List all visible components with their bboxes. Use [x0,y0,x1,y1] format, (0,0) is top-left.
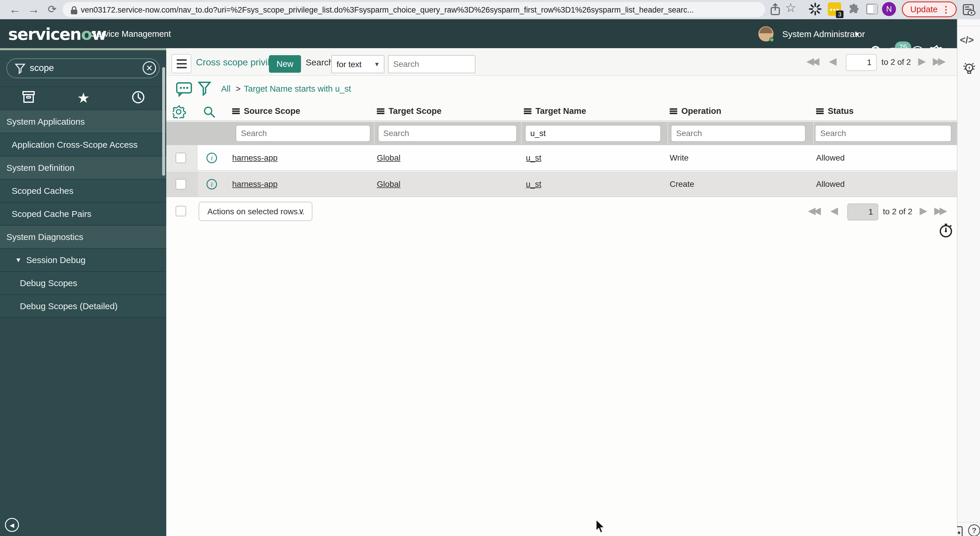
filter-status-input[interactable] [815,125,951,142]
column-search-toggle-icon[interactable] [203,106,216,118]
browser-reload-icon[interactable]: ⟳ [45,2,60,18]
column-menu-icon [377,108,384,114]
prev-page-button[interactable]: ◀ [830,205,835,216]
cell-status: Allowed [816,153,845,163]
row-checkbox[interactable] [176,179,186,190]
reading-list-icon[interactable] [962,4,976,16]
expand-caret-icon[interactable]: ▼ [15,256,22,264]
extensions-puzzle-icon[interactable] [848,3,861,16]
tab-all-applications[interactable] [11,91,46,107]
tab-history[interactable] [121,91,156,107]
clear-filter-icon[interactable]: ✕ [143,61,156,75]
column-menu-icon [670,108,677,114]
breadcrumb-filter-link[interactable]: Target Name starts with u_st [244,84,351,94]
bookmark-star-icon[interactable]: ☆ [785,1,796,15]
filter-target-name-input[interactable] [525,125,661,142]
page-range-label: to 2 of 2 [883,207,912,216]
cell-target-name[interactable]: u_st [526,153,541,163]
sidebar-item-debug-scopes-detailed[interactable]: Debug Scopes (Detailed) [0,295,166,318]
sidebar-section-system-definition[interactable]: System Definition [0,156,166,180]
column-header-source-scope[interactable]: Source Scope [232,106,300,116]
filter-target-scope-input[interactable] [378,125,517,142]
navigator-tabs: ★ [0,86,166,110]
extension-yellow-icon[interactable]: ••• 3 [828,2,841,16]
list-toolbar: Cross scope privileges New Search for te… [166,48,957,76]
last-page-button[interactable]: ▶▶ [933,55,943,67]
search-type-select[interactable]: for text ▼ [331,55,384,73]
cell-target-name[interactable]: u_st [526,180,541,189]
url-text: ven03172.service-now.com/nav_to.do?uri=%… [81,6,760,14]
page-range-label: to 2 of 2 [881,57,911,67]
navigator-filter-box[interactable]: ✕ [6,58,159,78]
breadcrumb-filter-icon[interactable] [198,81,211,96]
user-avatar[interactable] [758,26,773,41]
column-header-operation[interactable]: Operation [670,106,721,116]
page-number-input[interactable] [846,54,877,71]
side-panel-icon[interactable] [865,3,878,15]
activity-stream-icon[interactable] [176,82,192,97]
new-button[interactable]: New [269,55,301,73]
browser-menu-icon[interactable]: ⋮ [942,5,951,14]
first-page-button[interactable]: ◀◀ [807,55,817,67]
sidebar-top-accent [0,48,166,50]
browser-back-icon[interactable]: ← [7,2,23,18]
filter-operation-input[interactable] [671,125,806,142]
next-page-button[interactable]: ▶ [918,55,923,67]
user-menu[interactable]: System Administrator [782,29,865,39]
column-header-status[interactable]: Status [816,106,854,116]
cell-source-scope[interactable]: harness-app [232,153,278,163]
filter-source-scope-input[interactable] [235,125,371,142]
list-settings-gear-icon[interactable] [173,105,186,118]
sidebar-item-application-cross-scope-access[interactable]: Application Cross-Scope Access [0,133,166,156]
cell-status: Allowed [816,180,845,189]
sidebar-section-system-diagnostics[interactable]: System Diagnostics [0,226,166,249]
sidebar-item-session-debug[interactable]: ▼Session Debug [0,249,166,272]
column-menu-icon [816,108,824,114]
next-page-button[interactable]: ▶ [920,205,925,216]
cell-target-scope[interactable]: Global [377,153,401,163]
response-time-icon[interactable] [939,223,954,238]
sidebar-section-system-applications[interactable]: System Applications [0,110,166,133]
list-context-menu-icon[interactable] [172,54,191,73]
first-page-button[interactable]: ◀◀ [808,205,818,216]
list-search-input[interactable] [388,55,476,73]
help-bubble-icon[interactable]: ? [968,524,980,536]
column-header-target-scope[interactable]: Target Scope [377,106,442,116]
page-number-input[interactable] [847,204,878,220]
code-panel-icon[interactable]: </> [960,34,974,46]
cell-operation: Write [670,153,689,163]
row-info-icon[interactable]: i [207,179,217,190]
lock-icon [70,6,78,15]
collapse-navigator-button[interactable]: ◀ [5,518,19,532]
sidebar-scrollbar[interactable] [162,67,165,176]
browser-forward-icon[interactable]: → [25,2,41,18]
extension-spinner-icon[interactable] [808,2,822,16]
cell-target-scope[interactable]: Global [377,180,401,189]
row-checkbox[interactable] [176,153,186,163]
cell-source-scope[interactable]: harness-app [232,180,278,189]
address-bar[interactable]: ven03172.service-now.com/nav_to.do?uri=%… [63,2,765,17]
navigator-filter-input[interactable] [30,60,129,76]
select-all-checkbox[interactable] [176,206,186,216]
lightbulb-icon[interactable] [962,61,977,77]
sidebar-item-debug-scopes[interactable]: Debug Scopes [0,272,166,295]
dropdown-chevron-icon: ∨ [298,206,304,216]
last-page-button[interactable]: ▶▶ [934,205,945,216]
sidebar-item-scoped-cache-pairs[interactable]: Scoped Cache Pairs [0,203,166,226]
breadcrumb-all-link[interactable]: All [221,84,231,94]
prev-page-button[interactable]: ◀ [829,55,834,67]
list-content: Cross scope privileges New Search for te… [166,48,957,536]
user-caret-icon[interactable]: ▼ [854,31,860,38]
column-header-target-name[interactable]: Target Name [524,106,586,116]
actions-dropdown[interactable]: Actions on selected rows... ∨ [199,202,312,221]
browser-profile-avatar[interactable]: N [882,2,896,16]
tab-favorites[interactable]: ★ [66,91,101,107]
navigator-menu: System Applications Application Cross-Sc… [0,110,166,318]
browser-toolbar: ← → ⟳ ven03172.service-now.com/nav_to.do… [0,0,980,19]
sidebar-item-scoped-caches[interactable]: Scoped Caches [0,180,166,203]
cell-operation: Create [670,180,694,189]
share-icon[interactable] [769,3,781,16]
column-menu-icon [524,108,531,114]
row-info-icon[interactable]: i [207,153,217,163]
browser-update-button[interactable]: Update ⋮ [902,2,957,17]
